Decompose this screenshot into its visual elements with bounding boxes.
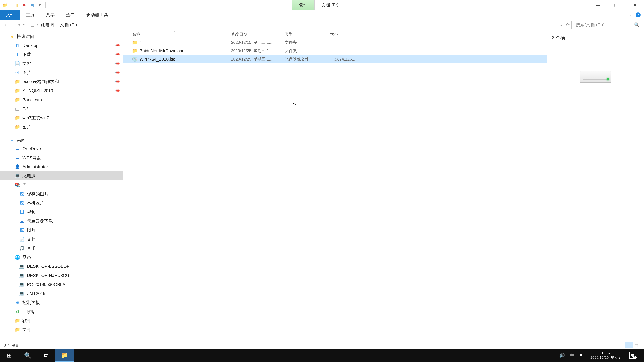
tab-file[interactable]: 文件	[0, 10, 20, 19]
tree-item[interactable]: 📁图片	[0, 122, 123, 131]
tree-label: 下载	[22, 52, 31, 57]
file-row[interactable]: 📁12020/12/15, 星期二 1...文件夹	[124, 38, 547, 46]
tray-expand-icon[interactable]: ˄	[552, 353, 554, 358]
show-desktop-button[interactable]	[641, 349, 643, 362]
tree-item[interactable]: 💻PC-20190530OBLA	[0, 280, 123, 289]
file-row[interactable]: 📁BaiduNetdiskDownload2020/12/25, 星期五 1..…	[124, 46, 547, 55]
tree-item[interactable]: 📁excel表格制作求和📌	[0, 77, 123, 86]
tree-item[interactable]: 📁YUNQISHI2019📌	[0, 86, 123, 95]
start-button[interactable]: ⊞	[0, 349, 18, 362]
tree-item[interactable]: 🖼图片📌	[0, 68, 123, 77]
thumbnails-view-button[interactable]: ▦	[633, 343, 640, 348]
back-button[interactable]: ←	[4, 22, 8, 28]
volume-icon[interactable]: 🔊	[559, 353, 565, 358]
folder-icon: 📁	[15, 97, 20, 102]
tree-item[interactable]: ☁OneDrive	[0, 144, 123, 153]
tree-item[interactable]: 🎵音乐	[0, 244, 123, 253]
desktop-icon: 🖥	[15, 43, 20, 48]
contextual-tab-manage[interactable]: 管理	[292, 0, 314, 10]
address-dropdown-icon[interactable]: ⌄	[559, 22, 563, 27]
breadcrumb-drive[interactable]: 文档 (E:)	[60, 22, 77, 28]
drive-thumbnail	[580, 66, 612, 83]
chevron-right-icon[interactable]: ›	[56, 22, 58, 27]
tree-item[interactable]: 🖼本机照片	[0, 198, 123, 207]
refresh-icon[interactable]: ⟳	[566, 22, 570, 27]
details-view-button[interactable]: ☰	[626, 343, 633, 348]
column-date[interactable]: 修改日期	[231, 31, 285, 37]
breadcrumb-this-pc[interactable]: 此电脑	[41, 22, 54, 28]
ime-indicator[interactable]: 中	[570, 353, 574, 359]
window-title: 文档 (E:)	[314, 2, 345, 8]
minimize-button[interactable]: —	[589, 0, 607, 10]
tree-item[interactable]: 📄文档	[0, 235, 123, 244]
tree-item[interactable]: 📁软件	[0, 316, 123, 325]
taskbar-search-button[interactable]: 🔍	[18, 349, 37, 362]
file-row[interactable]: 💿Win7x64_2020.iso2020/12/25, 星期五 1...光盘映…	[124, 55, 547, 63]
tree-item[interactable]: ♻回收站	[0, 307, 123, 316]
up-button[interactable]: ↑	[23, 22, 25, 28]
tree-item[interactable]: 🖼保存的图片	[0, 189, 123, 198]
qat-new-icon[interactable]: ▣	[29, 2, 35, 8]
tree-item[interactable]: 🖼图片	[0, 226, 123, 235]
file-type: 文件夹	[285, 48, 330, 53]
tab-share[interactable]: 共享	[40, 10, 60, 19]
chevron-right-icon[interactable]: ›	[79, 22, 82, 27]
ribbon-tabs: 文件 主页 共享 查看 驱动器工具 ⌄ ?	[0, 10, 644, 20]
tree-label: 此电脑	[22, 173, 36, 179]
qat-dropdown-icon[interactable]: ▾	[37, 2, 42, 8]
task-view-button[interactable]: ⧉	[37, 349, 55, 362]
chevron-right-icon[interactable]: ›	[36, 22, 39, 27]
search-icon[interactable]: 🔍	[634, 22, 640, 27]
search-input[interactable]: 搜索"文档 (E:)" 🔍	[573, 21, 642, 29]
tree-item[interactable]: 💻DESKTOP-NJEU3CG	[0, 271, 123, 280]
taskbar-clock[interactable]: 16:32 2020/12/25, 星期五	[588, 351, 624, 360]
tree-item[interactable]: 💻DESKTOP-LSSOEDP	[0, 262, 123, 271]
action-center-button[interactable]: 💬3	[629, 352, 636, 359]
tree-label: 库	[22, 182, 27, 188]
tree-item[interactable]: ⬇下载📌	[0, 50, 123, 59]
tree-item[interactable]: 📚库	[0, 180, 123, 189]
tree-desktop-root[interactable]: 🖥 桌面	[0, 135, 123, 144]
tree-item[interactable]: 🎞视频	[0, 207, 123, 217]
title-bar: 📁 ▥ ✖ ▣ ▾ 管理 文档 (E:) — ▢ ✕	[0, 0, 644, 10]
tree-item[interactable]: 💻此电脑	[0, 171, 123, 180]
maximize-button[interactable]: ▢	[607, 0, 626, 10]
tree-item[interactable]: 👤Administrator	[0, 162, 123, 171]
pic2-icon: 🖼	[19, 191, 24, 197]
file-date: 2020/12/15, 星期二 1...	[231, 40, 285, 45]
details-pane: 3 个项目	[547, 30, 644, 341]
tree-quick-access[interactable]: ★ 快速访问	[0, 32, 123, 41]
lib-icon: 📚	[15, 182, 20, 188]
qat-properties-icon[interactable]: ▥	[14, 2, 19, 8]
recent-dropdown-icon[interactable]: ▾	[18, 23, 20, 27]
close-button[interactable]: ✕	[626, 0, 644, 10]
address-bar[interactable]: 🖴 › 此电脑 › 文档 (E:) › ⌄ ⟳	[28, 21, 572, 29]
tab-drive-tools[interactable]: 驱动器工具	[80, 10, 114, 19]
tree-item[interactable]: 📁文件	[0, 325, 123, 334]
tab-view[interactable]: 查看	[60, 10, 80, 19]
tree-item[interactable]: ☁WPS网盘	[0, 153, 123, 162]
navigation-pane[interactable]: ★ 快速访问 🖥Desktop📌⬇下载📌📄文档📌🖼图片📌📁excel表格制作求和…	[0, 30, 124, 341]
tree-item[interactable]: 📄文档📌	[0, 59, 123, 68]
tree-item[interactable]: 🖴G:\	[0, 104, 123, 113]
tree-item[interactable]: 🖥Desktop📌	[0, 41, 123, 50]
tree-item[interactable]: 💻ZMT2019	[0, 289, 123, 298]
cloud-icon: ☁	[15, 146, 20, 151]
tree-item[interactable]: 📁win7重装win7	[0, 113, 123, 122]
tree-item[interactable]: ☁天翼云盘下载	[0, 217, 123, 226]
tab-home[interactable]: 主页	[20, 10, 40, 19]
column-name[interactable]: 名称 ˄	[132, 31, 231, 37]
ribbon-expand-icon[interactable]: ⌄	[630, 12, 633, 17]
tree-item[interactable]: 📁Bandicam	[0, 95, 123, 104]
column-size[interactable]: 大小	[330, 31, 358, 37]
sort-asc-icon: ˄	[174, 30, 176, 34]
forward-button[interactable]: →	[11, 22, 16, 28]
column-type[interactable]: 类型	[285, 31, 330, 37]
help-icon[interactable]: ?	[636, 12, 641, 17]
taskbar-explorer-button[interactable]: 📁	[55, 349, 74, 362]
tree-item[interactable]: 🌐网络	[0, 253, 123, 262]
qat-paste-icon[interactable]: ✖	[22, 2, 27, 8]
tree-item[interactable]: ⚙控制面板	[0, 298, 123, 307]
security-icon[interactable]: ⚑	[579, 353, 583, 358]
desktop-icon: 🖥	[9, 137, 14, 142]
